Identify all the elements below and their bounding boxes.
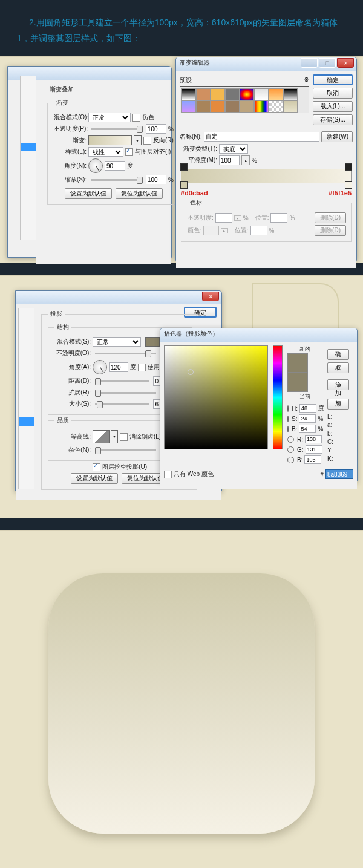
h-radio[interactable]	[287, 405, 289, 412]
web-only-checkbox[interactable]	[164, 471, 172, 478]
layer-style-gradient-window[interactable]: 渐变叠加 渐变 混合模式(O): 正常 仿色 不透明度(P): % 渐变: ▼ …	[7, 66, 172, 258]
reverse-checkbox[interactable]	[143, 137, 151, 145]
noise-slider[interactable]	[95, 449, 156, 451]
save-button[interactable]: 存储(S)...	[313, 114, 353, 125]
opacity-slider[interactable]	[95, 353, 156, 354]
preset-swatch[interactable]	[240, 100, 254, 113]
bv-radio[interactable]	[287, 457, 294, 463]
smoothness-dropdown[interactable]: ▸	[241, 155, 250, 165]
angle-dial[interactable]	[88, 158, 103, 173]
close-button[interactable]: ✕	[202, 292, 219, 301]
preset-swatch[interactable]	[225, 100, 240, 113]
opacity-input[interactable]	[146, 124, 166, 134]
opacity-slider[interactable]	[91, 128, 142, 130]
b-input[interactable]	[299, 425, 316, 433]
fieldset-legend: 渐变叠加	[47, 85, 76, 94]
reset-default-button[interactable]: 复位为默认值	[116, 188, 163, 199]
stops-legend: 色标	[188, 198, 204, 207]
h-input[interactable]	[299, 404, 316, 413]
angle-input[interactable]	[109, 362, 128, 372]
gradient-preview[interactable]	[88, 135, 132, 145]
preset-swatch[interactable]	[225, 88, 240, 100]
gradient-type-select[interactable]: 实底	[219, 144, 248, 154]
preset-swatch[interactable]	[283, 88, 298, 100]
window-title: 渐变编辑器	[180, 59, 210, 66]
gradient-style-select[interactable]: 线性	[88, 147, 123, 157]
preset-swatch[interactable]	[196, 88, 211, 100]
window-titlebar[interactable]: 渐变编辑器 — ▢ ✕	[176, 57, 356, 71]
gradient-name-input[interactable]	[204, 132, 319, 142]
r-input[interactable]	[305, 435, 322, 443]
dither-checkbox[interactable]	[132, 114, 140, 122]
contour-dropdown[interactable]: ▼	[111, 430, 118, 443]
blend-mode-select[interactable]: 正常	[88, 113, 131, 122]
preset-swatch[interactable]	[196, 100, 211, 113]
b-radio[interactable]	[287, 426, 289, 432]
hue-slider[interactable]	[273, 345, 283, 449]
shadow-color-swatch[interactable]	[145, 337, 160, 347]
r-radio[interactable]	[287, 436, 294, 443]
scale-input[interactable]	[146, 175, 166, 184]
cancel-button[interactable]: 取	[327, 362, 349, 373]
gradient-overlay-fieldset: 渐变叠加 渐变 混合模式(O): 正常 仿色 不透明度(P): % 渐变: ▼ …	[41, 85, 185, 210]
set-default-button[interactable]: 设置为默认值	[65, 188, 112, 199]
spread-slider[interactable]	[95, 392, 156, 394]
close-button[interactable]: ✕	[337, 58, 354, 68]
opacity-stop-right[interactable]	[345, 163, 352, 171]
gradient-bar[interactable]	[181, 169, 352, 183]
global-light-checkbox[interactable]	[138, 364, 146, 371]
preset-swatch[interactable]	[211, 100, 225, 113]
hex-input[interactable]	[325, 469, 353, 479]
smoothness-input[interactable]	[219, 155, 240, 165]
color-stop-right[interactable]	[345, 181, 352, 189]
window-titlebar[interactable]: ✕	[16, 291, 221, 304]
preset-swatch[interactable]	[254, 100, 269, 113]
contour-preview[interactable]	[93, 430, 110, 443]
preset-swatch[interactable]	[182, 88, 196, 100]
blend-mode-select[interactable]: 正常	[93, 337, 141, 347]
g-input[interactable]	[306, 445, 322, 454]
knockout-checkbox[interactable]	[93, 463, 100, 471]
preset-swatch[interactable]	[240, 88, 254, 100]
align-layer-checkbox[interactable]	[125, 148, 133, 156]
minimize-button[interactable]: —	[301, 58, 318, 68]
new-button[interactable]: 新建(W)	[321, 131, 353, 142]
load-button[interactable]: 载入(L)...	[313, 101, 353, 112]
gradient-editor-window[interactable]: 渐变编辑器 — ▢ ✕ 预设⚙ 确定 取消 载入(L)...	[175, 57, 357, 261]
preset-swatch[interactable]	[269, 100, 283, 113]
opacity-stop-left[interactable]	[180, 163, 188, 171]
preset-swatch[interactable]	[283, 100, 298, 113]
add-swatch-button[interactable]: 添加	[327, 379, 349, 390]
ok-button[interactable]: 确定	[313, 74, 353, 85]
angle-input[interactable]	[105, 161, 125, 171]
preset-swatch[interactable]	[182, 100, 196, 113]
scale-slider[interactable]	[91, 179, 142, 181]
distance-slider[interactable]	[95, 380, 149, 382]
color-field[interactable]	[164, 345, 268, 449]
preset-swatch[interactable]	[254, 88, 269, 100]
color-lib-button[interactable]: 颜	[327, 399, 349, 410]
canvas-mid: ✕ 确定 投影 结构 混合模式(S): 正常 不透明度(O): % 角度(A):	[0, 275, 363, 518]
bv-input[interactable]	[304, 455, 321, 464]
size-label: 大小(S):	[54, 400, 91, 408]
ok-button[interactable]: 确	[327, 349, 349, 360]
web-only-label: 只有 Web 颜色	[174, 470, 214, 478]
color-stop-left[interactable]	[180, 181, 188, 189]
g-radio[interactable]	[287, 446, 294, 453]
antialias-checkbox[interactable]	[120, 433, 128, 441]
s-radio[interactable]	[287, 416, 289, 422]
window-titlebar[interactable]: 拾色器（投影颜色）	[160, 328, 357, 342]
gradient-dropdown-arrow[interactable]: ▼	[134, 135, 142, 145]
preset-swatch[interactable]	[269, 88, 283, 100]
color-picker-window[interactable]: 拾色器（投影颜色） 新的 当前 H:度 S:% B:% R: G:	[160, 328, 358, 481]
angle-dial[interactable]	[93, 360, 107, 374]
angle-unit: 度	[130, 363, 136, 371]
gear-icon[interactable]: ⚙	[304, 76, 309, 85]
cancel-button[interactable]: 取消	[313, 88, 353, 99]
maximize-button[interactable]: ▢	[319, 58, 336, 68]
set-default-button[interactable]: 设置为默认值	[71, 473, 118, 484]
s-input[interactable]	[299, 414, 316, 423]
size-slider[interactable]	[95, 403, 149, 405]
style-list-sidebar	[18, 308, 34, 489]
preset-swatch[interactable]	[211, 88, 225, 100]
